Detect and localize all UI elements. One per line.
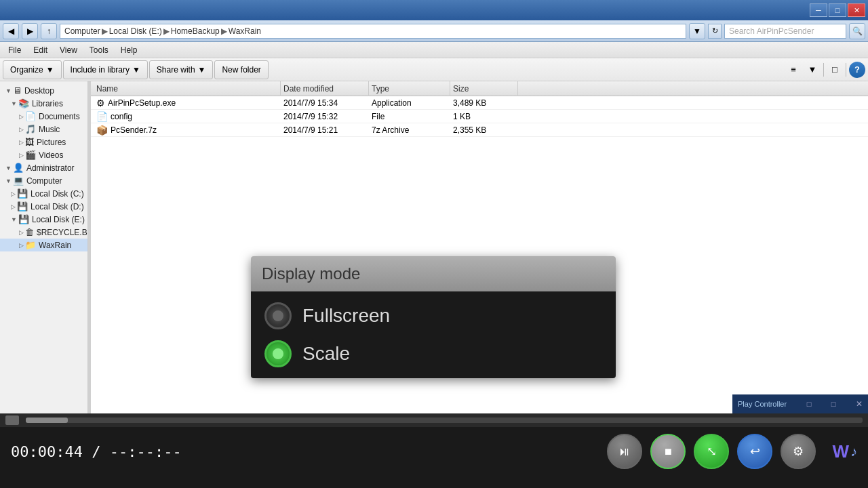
back-button[interactable]: ◀ bbox=[3, 23, 19, 39]
file-icon-config: 📄 bbox=[96, 111, 108, 122]
computer-icon: 💻 bbox=[13, 176, 24, 186]
expand-icon: ⤡ bbox=[707, 444, 717, 459]
breadcrumb-homebackup[interactable]: HomeBackup bbox=[171, 26, 220, 36]
sidebar-item-libraries[interactable]: ▼ 📚 Libraries bbox=[0, 97, 87, 110]
table-row[interactable]: 📄 config 2014/7/9 15:32 File 1 KB bbox=[91, 110, 868, 123]
minimize-button[interactable]: ─ bbox=[810, 3, 827, 17]
sidebar-item-recycle-bin[interactable]: ▷ 🗑 $RECYCLE.BIN bbox=[0, 226, 87, 239]
back-media-button[interactable]: ↩ bbox=[737, 434, 772, 469]
menu-tools[interactable]: Tools bbox=[84, 44, 114, 56]
sidebar: ▼ 🖥 Desktop ▼ 📚 Libraries ▷ 📄 Documents … bbox=[0, 81, 88, 413]
table-row[interactable]: 📦 PcSender.7z 2014/7/9 15:21 7z Archive … bbox=[91, 123, 868, 137]
time-separator: / bbox=[92, 443, 100, 460]
breadcrumb-computer[interactable]: Computer bbox=[64, 26, 100, 36]
sidebar-label-recycle-bin: $RECYCLE.BIN bbox=[37, 228, 88, 237]
col-header-date[interactable]: Date modified bbox=[281, 81, 369, 96]
waxrain-folder-icon: 📁 bbox=[25, 240, 36, 250]
sidebar-item-music[interactable]: ▷ 🎵 Music bbox=[0, 123, 87, 136]
share-with-button[interactable]: Share with ▼ bbox=[149, 60, 214, 79]
preview-pane-button[interactable]: □ bbox=[827, 62, 843, 78]
sidebar-item-local-disk-c[interactable]: ▷ 💾 Local Disk (C:) bbox=[0, 187, 87, 200]
sidebar-label-libraries: Libraries bbox=[32, 99, 63, 108]
maximize-button[interactable]: □ bbox=[829, 3, 846, 17]
sidebar-item-waxrain[interactable]: ▷ 📁 WaxRain bbox=[0, 239, 87, 251]
search-button[interactable]: 🔍 bbox=[849, 23, 865, 39]
wns-logo-note: ♪ bbox=[850, 444, 857, 460]
sidebar-item-pictures[interactable]: ▷ 🖼 Pictures bbox=[0, 136, 87, 148]
refresh-button[interactable]: ↻ bbox=[708, 24, 722, 39]
toolbar: Organize ▼ Include in library ▼ Share wi… bbox=[0, 58, 868, 81]
new-folder-label: New folder bbox=[222, 65, 260, 75]
play-controller-btn2[interactable]: □ bbox=[831, 400, 836, 408]
col-name-label: Name bbox=[96, 84, 118, 94]
settings-button[interactable]: ⚙ bbox=[781, 434, 816, 469]
pictures-icon: 🖼 bbox=[25, 137, 34, 147]
expand-arrow-recycle: ▷ bbox=[19, 229, 24, 236]
help-button[interactable]: ? bbox=[849, 62, 865, 78]
scale-radio-inner bbox=[273, 348, 283, 359]
include-library-button[interactable]: Include in library ▼ bbox=[63, 60, 148, 79]
view-icon-button[interactable]: ≡ bbox=[785, 62, 802, 78]
col-header-size[interactable]: Size bbox=[450, 81, 518, 96]
stop-button[interactable]: ■ bbox=[650, 434, 686, 469]
desktop-icon: 🖥 bbox=[13, 85, 22, 96]
menu-help[interactable]: Help bbox=[115, 44, 143, 56]
fullscreen-radio[interactable] bbox=[264, 302, 292, 329]
sidebar-item-computer[interactable]: ▼ 💻 Computer bbox=[0, 174, 87, 187]
include-library-label: Include in library bbox=[71, 65, 130, 75]
sidebar-item-videos[interactable]: ▷ 🎬 Videos bbox=[0, 148, 87, 161]
file-name-7z: PcSender.7z bbox=[111, 125, 157, 135]
play-controller-close[interactable]: ✕ bbox=[856, 399, 863, 409]
fullscreen-label: Fullscreen bbox=[302, 305, 390, 327]
menu-edit[interactable]: Edit bbox=[28, 44, 53, 56]
volume-slider[interactable] bbox=[5, 415, 19, 425]
menu-view[interactable]: View bbox=[54, 44, 83, 56]
breadcrumb-waxrain[interactable]: WaxRain bbox=[229, 26, 261, 36]
close-button[interactable]: ✕ bbox=[848, 3, 865, 17]
play-controller-btn1[interactable]: □ bbox=[807, 400, 812, 408]
sidebar-label-local-disk-e: Local Disk (E:) bbox=[32, 215, 85, 224]
play-pause-icon: ⏯ bbox=[618, 445, 631, 459]
file-date-config: 2014/7/9 15:32 bbox=[281, 112, 369, 121]
address-input[interactable]: Computer ▶ Local Disk (E:) ▶ HomeBackup … bbox=[60, 24, 686, 39]
sidebar-label-pictures: Pictures bbox=[37, 138, 66, 147]
expand-arrow-videos: ▷ bbox=[19, 152, 24, 159]
col-header-name[interactable]: Name bbox=[91, 81, 281, 96]
file-icon-7z: 📦 bbox=[96, 125, 108, 136]
progress-track[interactable] bbox=[26, 418, 863, 423]
sidebar-item-desktop[interactable]: ▼ 🖥 Desktop bbox=[0, 84, 87, 97]
menu-file[interactable]: File bbox=[3, 44, 26, 56]
col-header-type[interactable]: Type bbox=[369, 81, 450, 96]
column-headers: Name Date modified Type Size bbox=[91, 81, 868, 96]
breadcrumb-sep-3: ▶ bbox=[221, 26, 227, 36]
view-arrow-button[interactable]: ▼ bbox=[804, 62, 821, 78]
forward-button[interactable]: ▶ bbox=[22, 23, 38, 39]
breadcrumb-sep-1: ▶ bbox=[102, 26, 108, 36]
sidebar-item-documents[interactable]: ▷ 📄 Documents bbox=[0, 110, 87, 123]
display-mode-fullscreen-option[interactable]: Fullscreen bbox=[264, 302, 602, 329]
organize-button[interactable]: Organize ▼ bbox=[3, 60, 62, 79]
breadcrumb-localdisk[interactable]: Local Disk (E:) bbox=[109, 26, 162, 36]
play-pause-button[interactable]: ⏯ bbox=[607, 434, 642, 469]
col-size-label: Size bbox=[453, 84, 469, 94]
scale-radio[interactable] bbox=[264, 340, 292, 367]
recent-locations-button[interactable]: ▼ bbox=[689, 23, 705, 39]
expand-arrow-administrator: ▼ bbox=[5, 165, 12, 171]
search-box[interactable]: Search AirPinPcSender bbox=[724, 24, 846, 39]
sidebar-label-computer: Computer bbox=[26, 176, 62, 186]
display-mode-scale-option[interactable]: Scale bbox=[264, 340, 602, 367]
title-bar: ─ □ ✕ bbox=[0, 0, 868, 20]
menu-bar: File Edit View Tools Help bbox=[0, 42, 868, 58]
sidebar-item-local-disk-d[interactable]: ▷ 💾 Local Disk (D:) bbox=[0, 200, 87, 213]
expand-arrow-desktop: ▼ bbox=[5, 87, 12, 94]
sidebar-item-local-disk-e[interactable]: ▼ 💾 Local Disk (E:) bbox=[0, 213, 87, 226]
expand-button[interactable]: ⤡ bbox=[694, 434, 729, 469]
sidebar-item-administrator[interactable]: ▼ 👤 Administrator bbox=[0, 161, 87, 174]
libraries-icon: 📚 bbox=[18, 98, 29, 108]
local-disk-d-icon: 💾 bbox=[17, 201, 28, 211]
table-row[interactable]: ⚙ AirPinPcSetup.exe 2014/7/9 15:34 Appli… bbox=[91, 96, 868, 110]
toolbar-divider-1 bbox=[823, 63, 824, 77]
file-type-config: File bbox=[369, 112, 450, 121]
up-button[interactable]: ↑ bbox=[41, 23, 57, 39]
new-folder-button[interactable]: New folder bbox=[214, 60, 268, 79]
